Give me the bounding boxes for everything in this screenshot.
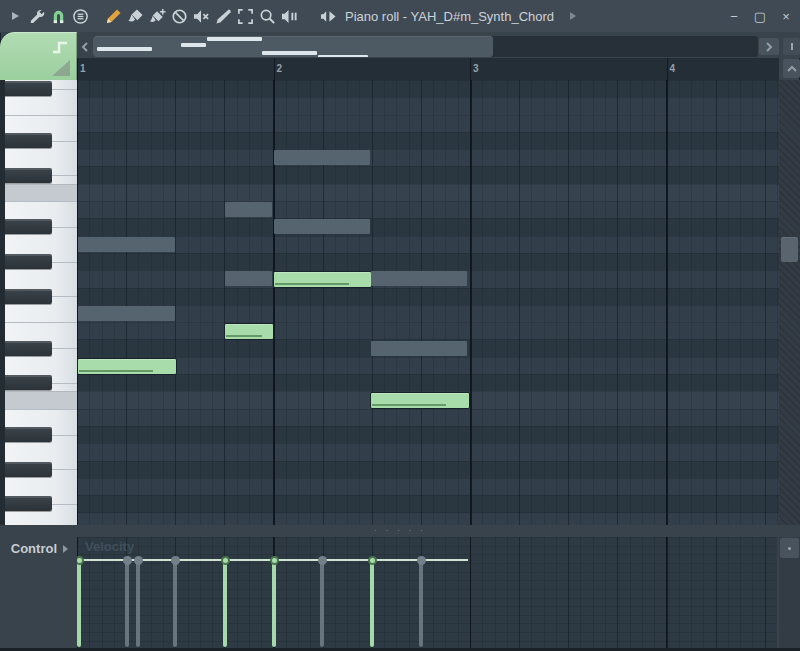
- porta-triangle-icon[interactable]: [52, 60, 70, 76]
- note[interactable]: [370, 392, 470, 409]
- snap-magnet-icon[interactable]: [48, 7, 69, 26]
- white-key-separator: [52, 262, 77, 263]
- black-key[interactable]: [5, 427, 52, 442]
- channel-speaker-icon[interactable]: [318, 7, 339, 26]
- velocity-stem[interactable]: [125, 560, 129, 647]
- zoom-icon[interactable]: [257, 7, 278, 26]
- white-key-separator: [52, 175, 77, 176]
- black-key[interactable]: [5, 462, 52, 477]
- c-key[interactable]: [5, 184, 77, 201]
- velocity-lane-label: Velocity: [85, 539, 134, 554]
- minimap-note-segment: [318, 55, 368, 57]
- scrollbar-track[interactable]: [93, 36, 758, 57]
- white-key-separator: [52, 469, 77, 470]
- menu-arrow-icon[interactable]: [4, 7, 25, 26]
- velocity-handle[interactable]: [368, 556, 377, 565]
- ghost-note[interactable]: [274, 219, 370, 234]
- note[interactable]: [77, 358, 177, 375]
- ghost-note[interactable]: [371, 271, 467, 286]
- velocity-lane-scrollbar[interactable]: [779, 537, 800, 648]
- note[interactable]: [273, 271, 372, 288]
- scroll-up-button[interactable]: [783, 59, 800, 78]
- ghost-note[interactable]: [274, 150, 370, 165]
- ghost-note[interactable]: [225, 271, 272, 286]
- timeline-bar-label: 3: [473, 63, 479, 74]
- velocity-stem[interactable]: [419, 560, 423, 647]
- timeline-bar-label: 1: [80, 63, 86, 74]
- note-grid[interactable]: [77, 80, 779, 525]
- velocity-handle[interactable]: [171, 556, 180, 565]
- select-icon[interactable]: [235, 7, 256, 26]
- panel-splitter[interactable]: · · · · ·: [0, 525, 800, 537]
- minimize-icon[interactable]: −: [724, 6, 744, 26]
- paint-brush-plus-icon[interactable]: [147, 7, 168, 26]
- velocity-lane[interactable]: Velocity: [77, 537, 777, 648]
- window-title[interactable]: Piano roll - YAH_D#m_Synth_Chord: [345, 9, 554, 24]
- black-key[interactable]: [5, 289, 52, 304]
- velocity-stem[interactable]: [370, 560, 374, 647]
- velocity-handle[interactable]: [270, 556, 279, 565]
- piano-keyboard[interactable]: [5, 80, 78, 525]
- slice-icon[interactable]: [213, 7, 234, 26]
- black-key[interactable]: [5, 341, 52, 356]
- mute-icon[interactable]: [191, 7, 212, 26]
- piano-roll-window: Piano roll - YAH_D#m_Synth_Chord −▢× 123…: [0, 0, 800, 651]
- c-key[interactable]: [5, 391, 77, 408]
- velocity-stem[interactable]: [173, 560, 177, 647]
- vertical-scrollbar[interactable]: [779, 80, 800, 525]
- ghost-note[interactable]: [371, 341, 467, 356]
- ghost-note[interactable]: [225, 202, 272, 217]
- minimap-note-segment: [97, 47, 152, 51]
- velocity-stem[interactable]: [136, 560, 140, 647]
- timeline-ruler[interactable]: 1234: [77, 58, 779, 81]
- velocity-stem[interactable]: [272, 560, 276, 647]
- black-key[interactable]: [5, 81, 52, 96]
- velocity-handle[interactable]: [77, 556, 84, 565]
- draw-pencil-icon[interactable]: [103, 7, 124, 26]
- control-selector[interactable]: Control: [11, 541, 69, 556]
- velocity-handle[interactable]: [134, 556, 143, 565]
- velocity-handle[interactable]: [417, 556, 426, 565]
- note-properties-corner[interactable]: [0, 32, 77, 80]
- velocity-handle[interactable]: [318, 556, 327, 565]
- window-controls: −▢×: [724, 0, 796, 32]
- white-key-separator: [52, 141, 77, 142]
- scrollbar-options-button[interactable]: [783, 38, 800, 55]
- velocity-stem[interactable]: [77, 560, 81, 647]
- velocity-handle[interactable]: [221, 556, 230, 565]
- menu-circle-icon[interactable]: [70, 7, 91, 26]
- white-key-separator: [52, 383, 77, 384]
- black-key[interactable]: [5, 254, 52, 269]
- white-key-separator: [5, 322, 77, 323]
- paint-brush-icon[interactable]: [125, 7, 146, 26]
- white-key-separator: [5, 409, 77, 410]
- wrench-icon[interactable]: [26, 7, 47, 26]
- black-key[interactable]: [5, 375, 52, 390]
- bar-line: [470, 58, 471, 80]
- close-icon[interactable]: ×: [776, 6, 796, 26]
- ghost-note[interactable]: [78, 306, 175, 321]
- minimap-note-segment: [262, 51, 317, 55]
- velocity-stem[interactable]: [223, 560, 227, 647]
- maximize-icon[interactable]: ▢: [750, 6, 770, 26]
- playback-icon[interactable]: [279, 7, 300, 26]
- vertical-scrollbar-thumb[interactable]: [781, 237, 798, 262]
- black-key[interactable]: [5, 168, 52, 183]
- horizontal-scrollbar[interactable]: [77, 32, 800, 58]
- scroll-right-button[interactable]: [759, 38, 779, 55]
- slide-note-icon[interactable]: [52, 39, 70, 59]
- black-key[interactable]: [5, 133, 52, 148]
- black-key[interactable]: [5, 219, 52, 234]
- delete-icon[interactable]: [169, 7, 190, 26]
- ghost-note[interactable]: [78, 237, 175, 252]
- white-key-separator: [5, 201, 77, 202]
- velocity-handle[interactable]: [123, 556, 132, 565]
- velocity-stem[interactable]: [320, 560, 324, 647]
- velocity-lane-options-button[interactable]: [780, 538, 799, 558]
- white-key-separator: [52, 348, 77, 349]
- arrow-right-icon[interactable]: [562, 7, 583, 26]
- black-key[interactable]: [5, 496, 52, 511]
- splitter-dots: · · · · ·: [374, 528, 426, 532]
- scroll-left-button[interactable]: [77, 38, 93, 56]
- note[interactable]: [224, 323, 274, 340]
